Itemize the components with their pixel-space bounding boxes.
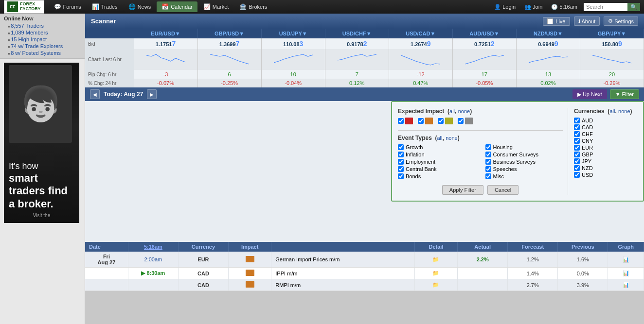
detail-3[interactable]: 📁: [414, 279, 457, 291]
event-types-all[interactable]: all: [437, 135, 442, 141]
speeches-checkbox[interactable]: [485, 166, 491, 172]
login-button[interactable]: 👤 Login: [492, 3, 518, 11]
search-box[interactable]: 🔍: [584, 3, 640, 11]
cny-checkbox[interactable]: [574, 138, 580, 144]
col-header-audusd[interactable]: AUD/USD▼: [452, 29, 516, 38]
nav-item-market[interactable]: 📈 Market: [198, 1, 234, 12]
col-header-usdchf[interactable]: USD/CHF▼: [325, 29, 389, 38]
top-navigation: FF FOREX FACTORY 💬 Forums 📊 Trades 🌐 New…: [0, 0, 644, 14]
expected-impact-none[interactable]: none: [458, 108, 470, 114]
expected-impact-all[interactable]: all: [449, 108, 455, 114]
nav-item-news[interactable]: 🌐 News: [124, 1, 156, 12]
chart-usdjpy[interactable]: [261, 49, 325, 70]
impact-none-checkbox[interactable]: [458, 118, 464, 124]
impact-high-checkbox[interactable]: [398, 118, 404, 124]
employment-checkbox[interactable]: [398, 159, 404, 165]
calendar-icon: 📅: [161, 3, 169, 10]
nav-item-trades[interactable]: 📊 Trades: [87, 1, 123, 12]
search-button[interactable]: 🔍: [627, 3, 640, 11]
col-header-gbpusd[interactable]: GBP/USD▼: [197, 29, 261, 38]
currencies-all[interactable]: all: [609, 108, 615, 114]
nav-item-calendar[interactable]: 📅 Calendar: [157, 1, 197, 12]
business-surveys-checkbox[interactable]: [485, 159, 491, 165]
cad-checkbox[interactable]: [574, 124, 580, 130]
inflation-checkbox[interactable]: [398, 152, 404, 157]
chart-usdcad[interactable]: [389, 49, 452, 70]
sidebar-posted-systems[interactable]: 8 w/ Posted Systems: [4, 50, 81, 56]
chart-nzdusd[interactable]: [516, 49, 580, 70]
apply-filter-button[interactable]: Apply Filter: [442, 185, 483, 195]
jpy-checkbox[interactable]: [574, 158, 580, 164]
gbp-checkbox[interactable]: [574, 152, 580, 157]
filter-button[interactable]: ▼ Filter: [610, 89, 639, 99]
live-button[interactable]: Live: [543, 17, 570, 26]
nav-item-forums[interactable]: 💬 Forums: [49, 1, 86, 12]
central-bank-checkbox[interactable]: [398, 166, 404, 172]
search-input[interactable]: [584, 3, 627, 11]
aud-checkbox[interactable]: [574, 118, 580, 123]
col-time[interactable]: 5:16am: [128, 242, 178, 252]
impact-medium-checkbox[interactable]: [418, 118, 424, 124]
currencies-none[interactable]: none: [618, 108, 630, 114]
expected-impact-label: Expected Impact: [398, 108, 444, 115]
about-button[interactable]: ℹ About: [574, 17, 600, 26]
sidebar-members[interactable]: 1,089 Members: [4, 29, 81, 36]
sidebar-traders[interactable]: 8,557 Traders: [4, 22, 81, 29]
nav-item-brokers[interactable]: 🏦 Brokers: [234, 1, 272, 12]
impact-low-checkbox[interactable]: [438, 118, 444, 124]
scanner-controls: Live ℹ About ⚙ Settings: [543, 17, 638, 26]
sidebar-advertisement[interactable]: 👦 It's how smart traders find a broker. …: [4, 63, 79, 223]
logo[interactable]: FF FOREX FACTORY: [4, 0, 44, 14]
growth-checkbox[interactable]: [398, 144, 404, 150]
nzd-checkbox[interactable]: [574, 165, 580, 171]
chart-eurusd[interactable]: [134, 49, 197, 70]
eur-checkbox[interactable]: [574, 145, 580, 151]
col-header-eurusd[interactable]: EUR/USD▼: [134, 29, 197, 38]
pip-usdcad: -12: [389, 70, 452, 79]
pip-gbpjpy: 20: [580, 70, 644, 79]
bonds-checkbox[interactable]: [398, 173, 404, 179]
about-label: About: [582, 18, 596, 24]
scanner-title: Scanner: [91, 17, 116, 25]
settings-button[interactable]: ⚙ Settings: [604, 17, 638, 26]
housing-checkbox[interactable]: [485, 144, 491, 150]
chf-checkbox[interactable]: [574, 131, 580, 137]
consumer-surveys-checkbox[interactable]: [485, 152, 491, 157]
mini-chart-eurusd: [146, 51, 185, 68]
cancel-button[interactable]: Cancel: [487, 185, 519, 195]
detail-1[interactable]: 📁: [414, 252, 457, 268]
join-button[interactable]: 👥 Join: [522, 3, 545, 11]
filter-popup: Expected Impact (all, none): [391, 101, 644, 202]
next-date-button[interactable]: ▶: [147, 89, 157, 99]
col-header-nzdusd[interactable]: NZD/USD▼: [516, 29, 580, 38]
pip-usdchf: 7: [325, 70, 389, 79]
event-types-none[interactable]: none: [446, 135, 457, 141]
usd-checkbox[interactable]: [574, 172, 580, 178]
graph-1[interactable]: 📊: [608, 252, 644, 268]
graph-2[interactable]: 📊: [608, 268, 644, 279]
chart-gbpusd[interactable]: [197, 49, 261, 70]
col-header-usdcad[interactable]: USD/CAD▼: [389, 29, 452, 38]
mini-chart-usdjpy: [274, 51, 313, 68]
col-header-gbpjpy[interactable]: GBP/JPY▼: [580, 29, 644, 38]
graph-3[interactable]: 📊: [608, 279, 644, 291]
event-types-grid: Growth Housing Inflation: [398, 144, 563, 179]
chart-gbpjpy[interactable]: [580, 49, 644, 70]
misc-checkbox[interactable]: [485, 173, 491, 179]
pct-nzdusd: 0.02%: [516, 79, 580, 87]
currency-item-chf: CHF: [574, 131, 637, 137]
col-header-usdjpy[interactable]: USD/JPY▼: [261, 29, 325, 38]
current-time-arrow: ▶: [141, 270, 145, 276]
sidebar-trade-explorers[interactable]: 74 w/ Trade Explorers: [4, 43, 81, 50]
event-type-speeches: Speeches: [485, 166, 563, 172]
expected-impact-section: Expected Impact (all, none): [398, 108, 563, 124]
sidebar-high-impact[interactable]: 15 High Impact: [4, 36, 81, 43]
chart-usdchf[interactable]: [325, 49, 389, 70]
chart-audusd[interactable]: [452, 49, 516, 70]
prev-date-button[interactable]: ◀: [90, 89, 100, 99]
online-title: Online Now: [4, 16, 81, 21]
price-eurusd: 1.17517: [134, 38, 197, 49]
detail-2[interactable]: 📁: [414, 268, 457, 279]
up-next-button[interactable]: ▶ Up Next: [572, 89, 607, 99]
ad-image: 👦: [9, 65, 72, 143]
